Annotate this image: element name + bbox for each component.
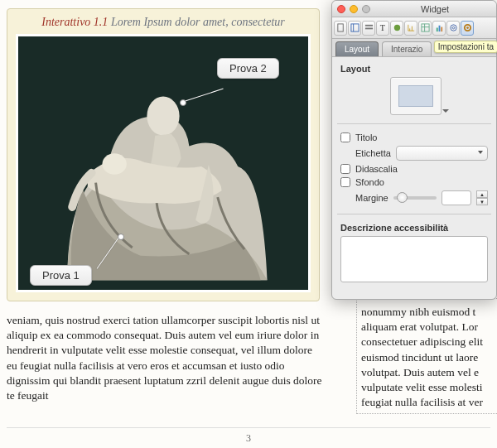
svg-point-18	[466, 26, 469, 29]
zoom-icon[interactable]	[362, 5, 370, 13]
margine-stepper[interactable]: ▲▼	[476, 190, 488, 205]
tooltip: Impostazioni ta	[434, 41, 497, 53]
tab-layout[interactable]: Layout	[335, 41, 379, 56]
svg-rect-6	[364, 25, 372, 26]
widget-caption: Interattivo 1.1 Lorem Ipsum dolor amet, …	[16, 16, 311, 34]
tool-text-icon[interactable]: T	[376, 21, 389, 36]
row-sfondo: Sfondo	[340, 177, 488, 187]
row-etichetta: Etichetta	[340, 146, 488, 161]
window-controls	[337, 5, 370, 13]
tool-widget-icon[interactable]	[461, 21, 474, 36]
slider-margine[interactable]	[393, 196, 437, 200]
inspector-toolbar: T	[332, 17, 496, 39]
tool-document-icon[interactable]	[334, 21, 347, 36]
checkbox-sfondo[interactable]	[340, 177, 350, 187]
svg-point-9	[393, 25, 399, 31]
svg-rect-3	[337, 24, 342, 31]
checkbox-didascalia[interactable]	[340, 164, 350, 174]
body-text-column-2: nonummy nibh euismod t aliquam erat volu…	[361, 305, 497, 411]
callout-dot	[118, 234, 124, 240]
section-accessibility-label: Descrizione accessibilità	[340, 223, 488, 233]
label-margine: Margine	[355, 193, 388, 203]
widget-caption-label: Interattivo 1.1	[41, 16, 108, 28]
callout-label: Prova 2	[229, 62, 267, 75]
label-didascalia: Didascalia	[355, 164, 398, 174]
svg-point-1	[147, 97, 179, 136]
tool-chart-icon[interactable]	[432, 21, 446, 36]
callout-label: Prova 1	[42, 269, 80, 282]
label-etichetta: Etichetta	[355, 148, 391, 158]
svg-rect-13	[436, 28, 437, 32]
svg-rect-4	[350, 24, 358, 31]
tab-interaction[interactable]: Interazio	[382, 41, 432, 56]
tool-link-icon[interactable]	[446, 21, 460, 36]
widget-caption-text: Lorem Ipsum dolor amet, consectetur	[108, 16, 284, 28]
tool-graphic-icon[interactable]	[390, 21, 403, 36]
section-layout-label: Layout	[340, 64, 488, 74]
inspector-panel: Layout Titolo Etichetta Didascalia Sfond…	[332, 57, 496, 299]
svg-rect-7	[364, 28, 372, 30]
inspector-window: Widget T Layout Interazio Layout Titolo	[331, 0, 497, 300]
interactive-image[interactable]: Prova 2 Prova 1	[16, 34, 311, 292]
minimize-icon[interactable]	[350, 5, 358, 13]
divider	[337, 123, 491, 124]
label-titolo: Titolo	[355, 132, 378, 142]
close-icon[interactable]	[337, 5, 345, 13]
row-titolo: Titolo	[340, 132, 488, 142]
page-separator	[7, 427, 490, 428]
inspector-title: Widget	[379, 4, 491, 14]
tool-table-icon[interactable]	[418, 21, 432, 36]
popup-etichetta[interactable]	[396, 146, 488, 161]
svg-point-2	[102, 153, 126, 175]
checkbox-titolo[interactable]	[340, 132, 350, 142]
tool-wrap-icon[interactable]	[362, 21, 375, 36]
row-margine: Margine ▲▼	[340, 190, 488, 205]
inspector-titlebar[interactable]: Widget	[332, 1, 496, 17]
accessibility-description-field[interactable]	[340, 236, 488, 282]
callout-prova-1[interactable]: Prova 1	[30, 265, 92, 286]
callout-prova-2[interactable]: Prova 2	[217, 58, 279, 79]
interactive-widget-frame: Interattivo 1.1 Lorem Ipsum dolor amet, …	[7, 8, 320, 301]
tab-label: Layout	[345, 45, 369, 54]
callout-dot	[180, 99, 186, 106]
body-text-column-1: veniam, quis nostrud exerci tation ullam…	[7, 313, 326, 403]
page-number: 3	[0, 432, 497, 445]
svg-rect-10	[421, 24, 428, 31]
tool-layout-icon[interactable]	[348, 21, 361, 36]
row-didascalia: Didascalia	[340, 164, 488, 174]
svg-rect-14	[438, 26, 440, 31]
label-sfondo: Sfondo	[355, 177, 384, 187]
divider	[337, 214, 491, 214]
svg-text:T: T	[379, 23, 384, 32]
svg-point-16	[450, 25, 456, 31]
tool-metrics-icon[interactable]	[404, 21, 417, 36]
margine-value-field[interactable]	[442, 190, 471, 205]
tab-label: Interazio	[391, 45, 422, 54]
svg-rect-15	[441, 27, 442, 32]
layout-picker[interactable]	[390, 77, 442, 115]
